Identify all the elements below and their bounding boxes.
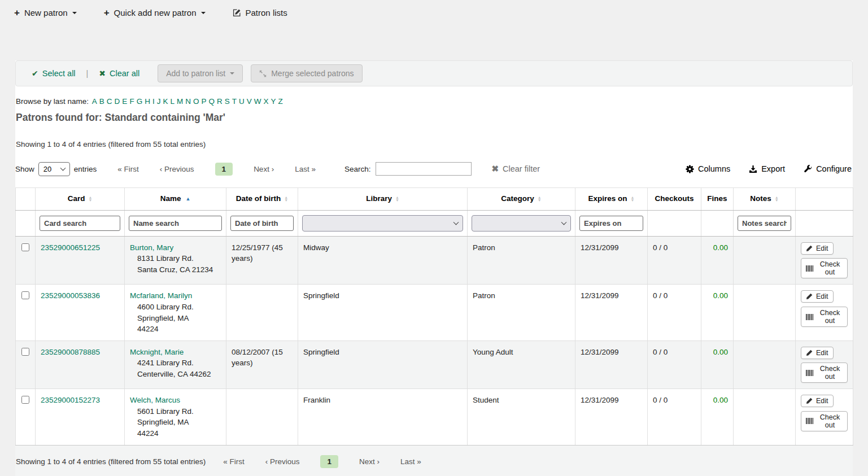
- dob-filter-input[interactable]: [230, 216, 294, 231]
- quick-add-patron-button[interactable]: + Quick add new patron: [104, 8, 206, 18]
- browse-letter-F[interactable]: F: [129, 97, 134, 106]
- patron-card-link[interactable]: 23529000878885: [41, 348, 100, 356]
- browse-letter-R[interactable]: R: [217, 97, 223, 106]
- browse-letter-Z[interactable]: Z: [278, 97, 283, 106]
- plus-icon: +: [104, 8, 110, 18]
- clear-all-button[interactable]: ✖ Clear all: [99, 69, 139, 78]
- column-header-category[interactable]: Category▲▼: [468, 188, 575, 211]
- browse-letter-G[interactable]: G: [137, 97, 143, 106]
- edit-patron-button[interactable]: Edit: [801, 347, 834, 359]
- configure-button[interactable]: Configure: [804, 164, 852, 173]
- pagination-last[interactable]: Last »: [400, 455, 421, 468]
- checkout-patron-button[interactable]: Check out: [801, 258, 848, 278]
- select-all-button[interactable]: ✔ Select all: [32, 69, 76, 78]
- pagination-first[interactable]: « First: [223, 455, 245, 468]
- patron-address-line: 4600 Library Rd.: [130, 302, 221, 313]
- dob-cell: 12/25/1977 (45 years): [226, 236, 298, 285]
- patron-name-link[interactable]: Mcfarland, Marilyn: [130, 291, 192, 300]
- browse-letter-B[interactable]: B: [99, 97, 104, 106]
- column-header-dob[interactable]: Date of birth▲▼: [226, 188, 298, 211]
- pagination-first[interactable]: « First: [117, 163, 139, 176]
- column-header-notes[interactable]: Notes▲▼: [734, 188, 796, 211]
- browse-letter-P[interactable]: P: [201, 97, 206, 106]
- pagination-current-page[interactable]: 1: [320, 455, 338, 468]
- browse-letter-N[interactable]: N: [185, 97, 191, 106]
- library-cell: Franklin: [298, 389, 468, 445]
- browse-letter-E[interactable]: E: [122, 97, 127, 106]
- pagination-next[interactable]: Next ›: [254, 163, 274, 176]
- column-header-card[interactable]: Card▲▼: [36, 188, 125, 211]
- library-filter-select[interactable]: [302, 215, 463, 232]
- pagination-next[interactable]: Next ›: [359, 455, 380, 468]
- patron-card-link[interactable]: 23529000651225: [41, 243, 100, 252]
- checkout-patron-button[interactable]: Check out: [801, 363, 848, 383]
- merge-patrons-label: Merge selected patrons: [271, 69, 354, 78]
- add-to-patron-list-button[interactable]: Add to patron list: [158, 64, 243, 82]
- browse-letter-L[interactable]: L: [170, 97, 175, 106]
- patron-address-line: Centerville, CA 44262: [130, 369, 221, 380]
- browse-letter-K[interactable]: K: [163, 97, 168, 106]
- table-search-input[interactable]: [376, 162, 472, 176]
- column-header-library[interactable]: Library▲▼: [298, 188, 468, 211]
- filter-cell-dob: [226, 210, 298, 236]
- expires-filter-input[interactable]: [579, 216, 643, 231]
- patron-name-link[interactable]: Burton, Mary: [130, 243, 173, 252]
- column-header-label: Category: [501, 194, 534, 203]
- export-button[interactable]: Export: [749, 164, 785, 173]
- pagination-current-page[interactable]: 1: [215, 163, 233, 176]
- patron-name-link[interactable]: Welch, Marcus: [130, 396, 180, 404]
- patron-lists-button[interactable]: Patron lists: [233, 8, 287, 18]
- clear-filter-button[interactable]: ✖ Clear filter: [488, 163, 543, 174]
- plus-icon: +: [14, 8, 20, 18]
- edit-patron-button[interactable]: Edit: [801, 395, 834, 407]
- checkout-patron-button[interactable]: Check out: [801, 411, 848, 431]
- pagination-previous[interactable]: ‹ Previous: [160, 163, 194, 176]
- merge-patrons-button[interactable]: Merge selected patrons: [251, 64, 362, 82]
- pagination-last[interactable]: Last »: [295, 163, 316, 176]
- browse-letter-C[interactable]: C: [107, 97, 112, 106]
- browse-letter-S[interactable]: S: [225, 97, 230, 106]
- edit-patron-button[interactable]: Edit: [801, 242, 834, 255]
- column-header-expires[interactable]: Expires on▲▼: [575, 188, 648, 211]
- notes-filter-input[interactable]: [738, 216, 791, 231]
- name-filter-input[interactable]: [129, 216, 222, 231]
- browse-letter-W[interactable]: W: [254, 97, 261, 106]
- browse-letter-H[interactable]: H: [145, 97, 150, 106]
- sort-icon: ▲▼: [775, 196, 779, 202]
- browse-letter-D[interactable]: D: [115, 97, 120, 106]
- row-select-checkbox[interactable]: [21, 243, 29, 251]
- patron-card-link[interactable]: 23529000053836: [41, 291, 100, 300]
- browse-letter-U[interactable]: U: [239, 97, 245, 106]
- checkout-patron-button[interactable]: Check out: [801, 307, 848, 327]
- browse-letter-M[interactable]: M: [177, 97, 183, 106]
- card-filter-input[interactable]: [40, 216, 120, 231]
- patron-address-line: 8131 Library Rd.: [130, 253, 221, 264]
- browse-letter-T[interactable]: T: [232, 97, 237, 106]
- patron-card-link[interactable]: 23529000152273: [41, 396, 100, 404]
- edit-label: Edit: [816, 244, 828, 252]
- show-label: Show: [15, 165, 34, 173]
- browse-letter-O[interactable]: O: [193, 97, 199, 106]
- patron-row: 23529000152273Welch, Marcus5601 Library …: [16, 389, 853, 445]
- page-size-select[interactable]: 20: [38, 162, 70, 176]
- column-header-label: Fines: [707, 194, 727, 203]
- row-select-checkbox[interactable]: [21, 348, 29, 356]
- browse-letter-V[interactable]: V: [247, 97, 252, 106]
- filter-cell-checkouts: [648, 210, 701, 236]
- columns-button[interactable]: Columns: [686, 164, 730, 173]
- browse-letter-X[interactable]: X: [264, 97, 269, 106]
- patron-name-link[interactable]: Mcknight, Marie: [130, 348, 184, 356]
- browse-letter-J[interactable]: J: [157, 97, 161, 106]
- browse-letter-A[interactable]: A: [92, 97, 97, 106]
- edit-patron-button[interactable]: Edit: [801, 290, 834, 303]
- row-select-checkbox[interactable]: [21, 291, 29, 299]
- browse-letter-Q[interactable]: Q: [208, 97, 215, 106]
- column-header-name[interactable]: Name▲: [125, 188, 226, 211]
- row-select-checkbox[interactable]: [21, 396, 29, 404]
- browse-letter-I[interactable]: I: [152, 97, 155, 106]
- pagination-previous[interactable]: ‹ Previous: [265, 455, 300, 468]
- sort-icon: ▲▼: [538, 196, 542, 202]
- category-filter-select[interactable]: [472, 215, 571, 232]
- new-patron-button[interactable]: + New patron: [14, 8, 77, 18]
- browse-letter-Y[interactable]: Y: [271, 97, 276, 106]
